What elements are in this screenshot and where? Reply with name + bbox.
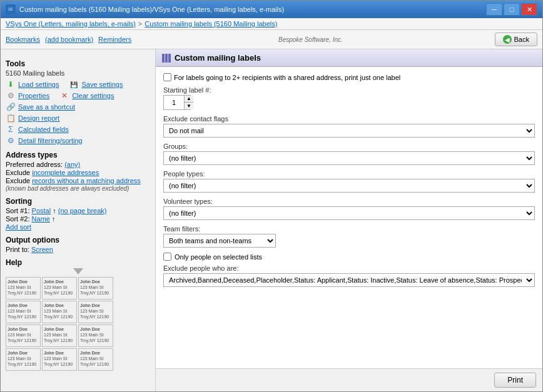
save-shortcut-row: 🔗 Save as a shortcut [6,102,150,112]
window-controls: ─ □ ✕ [486,3,537,16]
nav-link-1[interactable]: VSys One (Letters, mailing labels, e-mai… [6,20,136,28]
screen-link[interactable]: Screen [31,246,53,253]
for-labels-label: For labels going to 2+ recipients with a… [174,74,400,81]
reminders-link[interactable]: Reminders [98,36,131,43]
exclude-incomplete-row: Exclude incomplete addresses [6,169,150,176]
print-to-label: Print to: [6,246,29,253]
label-cell: John Doe123 Main StTroy,NY 12190 [6,277,41,299]
properties-link[interactable]: Properties [18,92,49,99]
save-icon: 💾 [69,79,79,89]
sort2-link[interactable]: Name [32,215,50,223]
print-button[interactable]: Print [494,373,536,388]
label-cell: John Doe123 Main StTroy,NY 12190 [6,324,41,347]
starting-label-row: Starting label #: ▲ ▼ [163,86,535,110]
starting-label-spinner: ▲ ▼ [163,95,191,110]
exclude-incomplete-link[interactable]: incomplete addresses [32,169,99,176]
right-header-title: Custom mailing labels [175,53,261,63]
calculated-fields-row: Σ Calculated fields [6,124,150,134]
right-panel: Custom mailing labels For labels going t… [156,49,542,391]
bookmarks-link[interactable]: Bookmarks [6,36,40,43]
volunteer-types-select[interactable]: (no filter) [163,206,535,220]
right-content: For labels going to 2+ recipients with a… [156,67,542,368]
tools-subtitle: 5160 Mailing labels [6,69,150,77]
volunteer-types-label: Volunteer types: [163,198,535,205]
properties-row: ⚙ Properties ✕ Clear settings [6,91,150,101]
label-cell: John Doe123 Main StTroy,NY 12190 [78,348,113,371]
team-filters-row: Team filters: Both teams and non-teams [163,225,535,248]
load-settings-link[interactable]: Load settings [18,81,59,88]
address-types-title: Address types [6,151,150,159]
label-cell: John Doe123 Main StTroy,NY 12190 [42,301,77,323]
preferred-link[interactable]: (any) [64,161,80,168]
label-cell: John Doe123 Main StTroy,NY 12190 [42,348,77,371]
right-header: Custom mailing labels [156,49,542,67]
people-types-row: People types: (no filter) [163,170,535,193]
detail-filtering-link[interactable]: Detail filtering/sorting [18,137,83,144]
detail-filtering-row: ⚙ Detail filtering/sorting [6,136,150,146]
back-icon: ◀ [503,35,512,44]
clear-settings-link[interactable]: Clear settings [72,92,114,99]
load-icon: ⬇ [6,79,16,89]
people-types-label: People types: [163,170,535,178]
design-report-row: 📋 Design report [6,113,150,123]
nav-link-2[interactable]: Custom mailing labels (5160 Mailing labe… [145,20,277,28]
app-icon: ✉ [6,4,16,14]
exclude-people-select[interactable]: Archived,Banned,Deceased,Placeholder,Sta… [163,273,535,287]
close-button[interactable]: ✕ [521,3,537,16]
exclude-flags-row: Exclude contact flags Do not mail [163,115,535,138]
tools-section-title: Tools [6,59,150,68]
content-area: Tools 5160 Mailing labels ⬇ Load setting… [1,49,542,391]
groups-select[interactable]: (no filter) [163,151,535,165]
exclude-note: (known bad addresses are always excluded… [6,185,150,192]
title-bar: ✉ Custom mailing labels (5160 Mailing la… [1,1,542,18]
spinner-down-button[interactable]: ▼ [185,103,193,109]
left-panel: Tools 5160 Mailing labels ⬇ Load setting… [1,49,156,391]
bespoke-label: Bespoke Software, Inc. [278,36,343,43]
spinner-up-button[interactable]: ▲ [185,96,193,103]
only-selected-checkbox[interactable] [163,253,171,261]
clear-icon: ✕ [59,91,69,101]
save-settings-link[interactable]: Save settings [81,81,123,88]
for-labels-checkbox[interactable] [163,73,171,81]
starting-label-input[interactable] [164,96,184,109]
help-section: Help John Doe123 Main StTroy,NY 12190Joh… [6,258,150,371]
sort1-nobreak-link[interactable]: (no page break) [58,207,107,214]
maximize-button[interactable]: □ [504,3,520,16]
exclude-flags-select[interactable]: Do not mail [163,124,535,138]
exclude1-label: Exclude [6,169,30,176]
breadcrumb: VSys One (Letters, mailing labels, e-mai… [1,18,542,30]
down-arrow-icon [73,268,83,274]
minimize-button[interactable]: ─ [486,3,502,16]
only-selected-label: Only people on selected lists [175,253,262,261]
design-report-link[interactable]: Design report [18,114,59,122]
sort2-arrow: ↑ [52,215,56,223]
team-filters-select[interactable]: Both teams and non-teams [163,234,276,248]
save-shortcut-link[interactable]: Save as a shortcut [18,103,75,111]
print-to-row: Print to: Screen [6,246,150,253]
add-sort-link[interactable]: Add sort [6,223,31,231]
back-button[interactable]: ◀ Back [495,33,537,46]
load-settings-row: ⬇ Load settings 💾 Save settings [6,79,150,89]
add-bookmark-link[interactable]: (add bookmark) [45,36,93,43]
header-icon [162,54,171,63]
calculated-fields-link[interactable]: Calculated fields [18,126,69,133]
label-preview-grid: John Doe123 Main StTroy,NY 12190John Doe… [6,277,150,371]
output-section: Output options Print to: Screen [6,236,150,253]
spinner-top: ▲ ▼ [163,95,191,110]
label-cell: John Doe123 Main StTroy,NY 12190 [6,348,41,371]
label-cell: John Doe123 Main StTroy,NY 12190 [42,324,77,347]
sorting-title: Sorting [6,197,150,206]
add-sort-row: Add sort [6,223,150,231]
sort2-label: Sort #2: [6,215,30,223]
address-types-section: Address types Preferred address: (any) E… [6,151,150,192]
sort1-link[interactable]: Postal [32,207,51,214]
sort1-label: Sort #1: [6,207,30,214]
exclude-people-row: Exclude people who are: Archived,Banned,… [163,264,535,287]
only-selected-row: Only people on selected lists [163,253,535,261]
label-cell: John Doe123 Main StTroy,NY 12190 [6,301,41,323]
groups-row: Groups: (no filter) [163,143,535,165]
people-types-select[interactable]: (no filter) [163,179,535,193]
exclude-no-address-link[interactable]: records without a matching address [32,177,141,184]
for-labels-row: For labels going to 2+ recipients with a… [163,73,535,81]
help-title: Help [6,258,150,267]
